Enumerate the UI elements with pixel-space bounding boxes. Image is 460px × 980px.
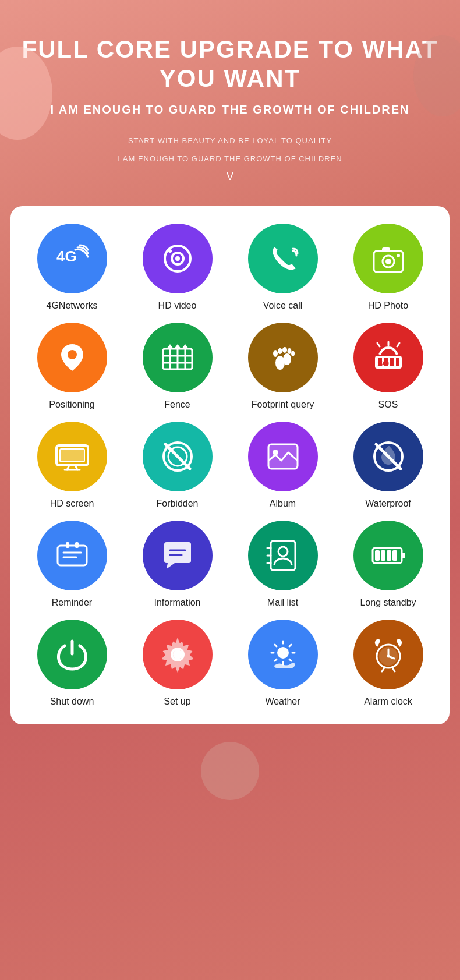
- svg-line-85: [392, 668, 395, 671]
- svg-line-35: [397, 343, 399, 346]
- svg-line-75: [275, 645, 277, 646]
- svg-rect-67: [392, 550, 397, 561]
- feature-item-set-up[interactable]: Set up: [128, 620, 227, 707]
- mail-list-icon-circle: [248, 521, 318, 590]
- hero-title: FULL CORE UPGRADE TO WHAT YOU WANT: [17, 35, 443, 94]
- feature-item-fence[interactable]: Fence: [128, 323, 227, 410]
- svg-marker-17: [167, 344, 174, 349]
- hd-video-label: HD video: [158, 300, 197, 311]
- long-standby-label: Long standby: [360, 597, 416, 608]
- set-up-label: Set up: [164, 696, 190, 707]
- svg-rect-50: [58, 546, 87, 565]
- bottom-deco: [201, 742, 259, 800]
- hero-subtitle: I AM ENOUGH TO GUARD THE GROWTH OF CHILD…: [17, 103, 443, 116]
- feature-item-weather[interactable]: Weather: [233, 620, 332, 707]
- footprint-query-icon-circle: [248, 323, 318, 392]
- feature-item-positioning[interactable]: Positioning: [22, 323, 122, 410]
- bottom-area: [0, 730, 460, 823]
- feature-item-waterproof[interactable]: Waterproof: [338, 422, 438, 509]
- feature-item-reminder[interactable]: Reminder: [22, 521, 122, 608]
- feature-item-long-standby[interactable]: Long standby: [338, 521, 438, 608]
- svg-text:SOS: SOS: [377, 359, 395, 368]
- feature-item-hd-photo[interactable]: HD Photo: [338, 224, 438, 311]
- alarm-clock-label: Alarm clock: [364, 696, 412, 707]
- hero-v: V: [17, 171, 443, 183]
- hd-photo-label: HD Photo: [368, 300, 408, 311]
- svg-rect-53: [66, 542, 69, 548]
- svg-point-25: [287, 348, 291, 354]
- hero-desc1: START WITH BEAUTY AND BE LOYAL TO QUALIT…: [17, 134, 443, 147]
- feature-item-sos[interactable]: SOS SOS: [338, 323, 438, 410]
- svg-point-26: [291, 351, 295, 356]
- svg-point-9: [397, 254, 400, 257]
- voice-call-icon-circle: [248, 224, 318, 293]
- svg-line-84: [382, 668, 384, 671]
- mail-list-label: Mail list: [267, 597, 298, 608]
- svg-point-4: [168, 249, 172, 253]
- svg-text:4G: 4G: [56, 247, 77, 265]
- weather-icon-circle: [248, 620, 318, 689]
- svg-rect-66: [387, 550, 391, 561]
- feature-item-hd-screen[interactable]: HD screen: [22, 422, 122, 509]
- long-standby-icon-circle: [353, 521, 423, 590]
- hd-video-icon-circle: [143, 224, 213, 293]
- reminder-label: Reminder: [52, 597, 92, 608]
- feature-item-mail-list[interactable]: Mail list: [233, 521, 332, 608]
- footprint-query-label: Footprint query: [252, 399, 314, 410]
- feature-item-information[interactable]: Information: [128, 521, 227, 608]
- reminder-icon-circle: [37, 521, 107, 590]
- information-label: Information: [154, 597, 200, 608]
- set-up-icon-circle: [143, 620, 213, 689]
- svg-point-70: [277, 647, 289, 659]
- svg-point-7: [385, 259, 391, 264]
- svg-rect-37: [60, 449, 84, 462]
- svg-point-3: [175, 256, 180, 261]
- svg-point-83: [387, 654, 390, 657]
- 4g-networks-icon-circle: 4G: [37, 224, 107, 293]
- hd-photo-icon-circle: [353, 224, 423, 293]
- svg-line-76: [289, 659, 291, 661]
- forbidden-label: Forbidden: [156, 498, 198, 509]
- svg-point-69: [173, 650, 182, 659]
- shut-down-icon-circle: [37, 620, 107, 689]
- forbidden-icon-circle: [143, 422, 213, 491]
- feature-item-album[interactable]: Album: [233, 422, 332, 509]
- waterproof-icon-circle: [353, 422, 423, 491]
- svg-rect-63: [402, 553, 405, 558]
- svg-line-33: [377, 343, 380, 346]
- svg-rect-8: [382, 247, 390, 252]
- positioning-icon-circle: [37, 323, 107, 392]
- fence-label: Fence: [164, 399, 190, 410]
- hd-screen-label: HD screen: [50, 498, 94, 509]
- svg-point-21: [283, 353, 291, 365]
- feature-item-alarm-clock[interactable]: Alarm clock: [338, 620, 438, 707]
- features-card: 4G 4GNetworks HD video Voice call HD Pho…: [10, 206, 450, 724]
- feature-item-4g-networks[interactable]: 4G 4GNetworks: [22, 224, 122, 311]
- positioning-label: Positioning: [49, 399, 94, 410]
- feature-item-footprint-query[interactable]: Footprint query: [233, 323, 332, 410]
- svg-line-78: [275, 659, 277, 661]
- shut-down-label: Shut down: [50, 696, 94, 707]
- features-grid: 4G 4GNetworks HD video Voice call HD Pho…: [22, 224, 438, 707]
- svg-point-23: [278, 348, 282, 354]
- svg-marker-18: [174, 344, 181, 349]
- album-icon-circle: [248, 422, 318, 491]
- svg-rect-31: [396, 358, 399, 366]
- feature-item-shut-down[interactable]: Shut down: [22, 620, 122, 707]
- svg-marker-19: [182, 344, 189, 349]
- hd-screen-icon-circle: [37, 422, 107, 491]
- sos-label: SOS: [378, 399, 398, 410]
- svg-point-24: [282, 347, 287, 353]
- hero-section: FULL CORE UPGRADE TO WHAT YOU WANT I AM …: [0, 0, 460, 200]
- svg-rect-65: [381, 550, 385, 561]
- feature-item-forbidden[interactable]: Forbidden: [128, 422, 227, 509]
- waterproof-label: Waterproof: [365, 498, 411, 509]
- feature-item-voice-call[interactable]: Voice call: [233, 224, 332, 311]
- hero-desc2: I AM ENOUGH TO GUARD THE GROWTH OF CHILD…: [17, 152, 443, 165]
- svg-rect-54: [75, 542, 79, 548]
- feature-item-hd-video[interactable]: HD video: [128, 224, 227, 311]
- svg-point-58: [278, 547, 288, 556]
- voice-call-label: Voice call: [263, 300, 303, 311]
- svg-line-77: [289, 645, 291, 646]
- 4g-networks-label: 4GNetworks: [46, 300, 97, 311]
